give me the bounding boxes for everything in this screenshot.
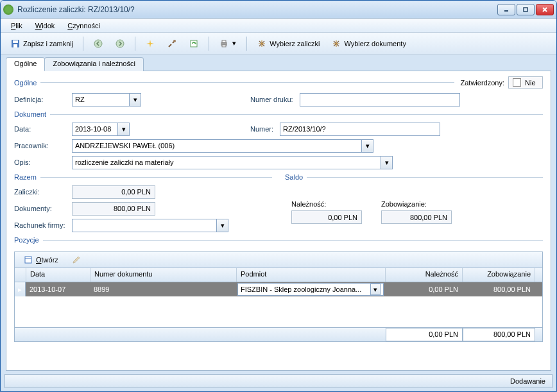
nav-back-button[interactable] (89, 36, 108, 51)
data-input[interactable] (72, 123, 118, 136)
chevron-down-icon[interactable]: ▾ (130, 93, 141, 107)
chevron-down-icon[interactable]: ▾ (362, 139, 373, 153)
cell-data: 2013-10-07 (26, 282, 90, 296)
wybierz-dokumenty-button[interactable]: Wybierz dokumenty (327, 36, 411, 51)
col-naleznosc[interactable]: Należność (386, 268, 463, 282)
approved-field[interactable]: Nie (508, 76, 543, 89)
svg-rect-5 (13, 40, 18, 43)
positions-grid[interactable]: Data Numer dokumentu Podmiot Należność Z… (14, 268, 543, 342)
footer-naleznosc: 0,00 PLN (386, 328, 463, 341)
panel-ogolne: Ogólne Zatwierdzony: Nie Definicja: (6, 71, 551, 371)
definicja-input[interactable] (72, 93, 130, 107)
toolbar: Zapisz i zamknij ▾ Wybierz zaliczki Wybi… (1, 33, 556, 55)
statusbar: Dodawanie (4, 374, 553, 388)
section-saldo: Saldo (285, 173, 303, 181)
close-button[interactable] (536, 4, 554, 15)
opis-input[interactable] (72, 156, 381, 169)
chevron-down-icon: ▾ (232, 39, 237, 47)
otworz-label: Otwórz (36, 256, 58, 264)
row-indicator-icon: ▸ (15, 282, 26, 296)
pracownik-label: Pracownik: (14, 142, 72, 149)
zaliczki-value: 0,00 PLN (72, 185, 155, 199)
nav-forward-button[interactable] (110, 36, 130, 51)
table-row[interactable]: ▸ 2013-10-07 8899 FISZBIN - Sklep zoolog… (15, 282, 542, 296)
grid-header: Data Numer dokumentu Podmiot Należność Z… (15, 268, 542, 282)
zobowiazanie-label: Zobowiązanie: (381, 200, 427, 208)
menu-plik[interactable]: Plik (6, 21, 28, 31)
data-dropdown[interactable]: ▾ (72, 123, 130, 136)
svg-point-8 (116, 40, 124, 47)
tab-ogolne[interactable]: Ogólne (6, 57, 45, 71)
pracownik-input[interactable] (72, 139, 362, 153)
tool-button-1[interactable] (141, 36, 160, 51)
rachunek-dropdown[interactable]: ▾ (72, 219, 228, 232)
chevron-down-icon[interactable]: ▾ (370, 284, 381, 295)
save-close-label: Zapisz i zamknij (23, 40, 73, 47)
arrow-left-icon (93, 38, 103, 49)
menu-czynnosci[interactable]: Czynności (62, 21, 105, 31)
pracownik-dropdown[interactable]: ▾ (72, 139, 373, 153)
rachunek-label: Rachunek firmy: (14, 221, 72, 229)
minimize-button[interactable] (497, 4, 515, 15)
chevron-down-icon[interactable]: ▾ (118, 123, 130, 136)
col-data[interactable]: Data (26, 268, 90, 282)
chevron-down-icon[interactable]: ▾ (217, 219, 228, 232)
arrow-right-icon (115, 38, 125, 49)
select-icon (331, 38, 341, 49)
otworz-button[interactable]: Otwórz (19, 252, 63, 268)
open-icon (23, 255, 33, 265)
status-mode: Dodawanie (510, 377, 545, 385)
refresh-button[interactable] (184, 36, 203, 51)
print-button[interactable]: ▾ (214, 36, 241, 51)
svg-point-7 (94, 40, 102, 47)
col-podmiot[interactable]: Podmiot (237, 268, 386, 282)
grid-footer: 0,00 PLN 800,00 PLN (15, 327, 542, 341)
definicja-dropdown[interactable]: ▾ (72, 93, 141, 107)
section-razem: Razem (14, 173, 37, 181)
print-icon (219, 38, 229, 49)
section-dokument: Dokument (14, 110, 46, 118)
opis-label: Opis: (14, 158, 72, 166)
numer-input[interactable] (280, 123, 440, 136)
app-icon (3, 4, 13, 15)
svg-rect-1 (524, 8, 527, 12)
edit-button[interactable] (67, 252, 86, 268)
svg-rect-13 (222, 45, 226, 47)
col-numer[interactable]: Numer dokumentu (90, 268, 237, 282)
content-area: Ogólne Zobowiązania i należności Ogólne … (1, 55, 556, 373)
checkbox-icon (513, 78, 521, 87)
menu-widok[interactable]: Widok (30, 21, 60, 31)
approved-value: Nie (525, 79, 536, 87)
sparkle-icon (145, 38, 155, 49)
tool-button-2[interactable] (162, 36, 182, 51)
footer-zobowiazanie: 800,00 PLN (463, 328, 535, 341)
tab-zobowiazania[interactable]: Zobowiązania i należności (44, 57, 143, 71)
cell-zobowiazanie: 800,00 PLN (462, 282, 535, 296)
opis-dropdown[interactable]: ▾ (72, 156, 393, 169)
titlebar: Rozliczenie zaliczki: RZ/2013/10/? (1, 1, 556, 19)
numer-druku-input[interactable] (300, 93, 460, 107)
naleznosc-label: Należność: (291, 200, 326, 208)
wybierz-dokumenty-label: Wybierz dokumenty (344, 40, 406, 47)
maximize-button[interactable] (517, 4, 535, 15)
svg-point-9 (173, 40, 176, 42)
window-title: Rozliczenie zaliczki: RZ/2013/10/? (17, 5, 497, 14)
chevron-down-icon[interactable]: ▾ (381, 156, 393, 169)
cell-podmiot[interactable]: FISZBIN - Sklep zoologiczny Joanna... ▾ (236, 282, 385, 296)
wybierz-zaliczki-label: Wybierz zaliczki (270, 40, 320, 47)
naleznosc-value: 0,00 PLN (291, 210, 362, 224)
data-label: Data: (14, 125, 72, 133)
section-ogolne: Ogólne (14, 79, 37, 87)
select-icon (257, 38, 267, 49)
save-close-button[interactable]: Zapisz i zamknij (6, 36, 78, 51)
cell-numer: 8899 (90, 282, 236, 296)
numer-label: Numer: (250, 125, 273, 133)
col-zobowiazanie[interactable]: Zobowiązanie (463, 268, 535, 282)
wybierz-zaliczki-button[interactable]: Wybierz zaliczki (252, 36, 324, 51)
rachunek-input[interactable] (72, 219, 217, 232)
svg-rect-6 (13, 44, 17, 47)
svg-rect-12 (222, 40, 226, 42)
zobowiazanie-value: 800,00 PLN (381, 210, 452, 224)
zaliczki-label: Zaliczki: (14, 188, 72, 196)
numer-druku-label: Numer druku: (250, 96, 293, 103)
